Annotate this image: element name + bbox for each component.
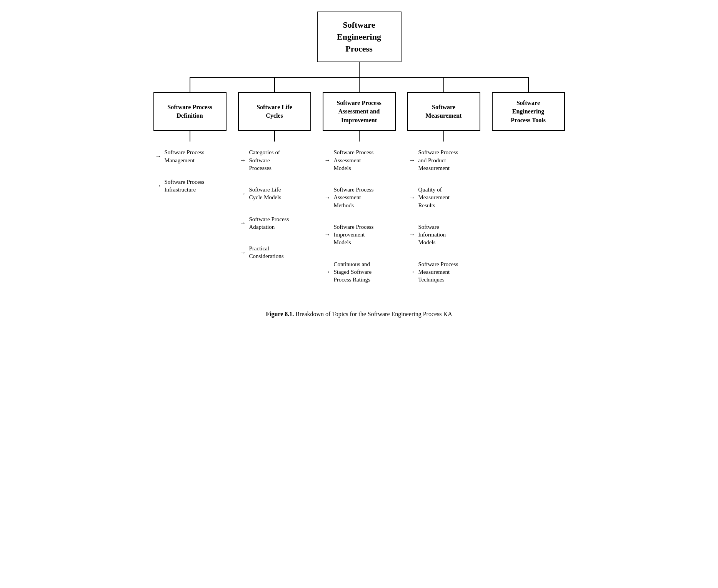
- col-measurement: Software Measurement → Software Processa…: [401, 77, 486, 290]
- list-item: → Software ProcessManagement: [148, 142, 232, 171]
- col4-to-children-line: [443, 131, 444, 142]
- child-label: Software ProcessManagement: [165, 148, 205, 164]
- branch-box-process-definition: Software Process Definition: [153, 92, 227, 131]
- col2-to-children-line: [274, 131, 275, 142]
- col4-vline: [443, 77, 444, 92]
- child-label: Categories ofSoftwareProcesses: [249, 148, 280, 172]
- col-tools: Software Engineering Process Tools: [486, 77, 571, 131]
- col3-to-children-line: [359, 131, 360, 142]
- col2-children: → Categories ofSoftwareProcesses → Softw…: [232, 142, 317, 267]
- list-item: → Quality ofMeasurementResults: [401, 179, 486, 216]
- arrow-icon: →: [325, 193, 331, 202]
- arrow-icon: →: [240, 219, 246, 227]
- col3-vline: [359, 77, 360, 92]
- list-item: → Software ProcessAssessmentMethods: [317, 179, 401, 216]
- arrow-icon: →: [325, 268, 331, 276]
- list-item: → Continuous andStaged SoftwareProcess R…: [317, 253, 401, 291]
- list-item: → Software LifeCycle Models: [232, 179, 317, 208]
- child-label: Software Processand ProductMeasurement: [418, 148, 458, 172]
- arrow-icon: →: [409, 230, 415, 239]
- child-label: Software ProcessAssessmentModels: [334, 148, 374, 172]
- child-label: Software ProcessMeasurementTechniques: [418, 260, 458, 284]
- branch-box-assessment: Software Process Assessment and Improvem…: [323, 92, 396, 131]
- arrow-icon: →: [240, 190, 246, 198]
- child-label: Software ProcessAdaptation: [249, 215, 289, 231]
- branch-box-measurement: Software Measurement: [407, 92, 480, 131]
- arrow-icon: →: [325, 156, 331, 165]
- list-item: → Software ProcessMeasurementTechniques: [401, 253, 486, 291]
- arrow-icon: →: [155, 182, 162, 190]
- list-item: → Software ProcessImprovementModels: [317, 216, 401, 253]
- col2-vline: [274, 77, 275, 92]
- caption-bold: Figure 8.1.: [266, 311, 294, 317]
- arrow-icon: →: [409, 156, 415, 165]
- col1-to-children-line: [190, 131, 190, 142]
- branch-box-life-cycles: Software Life Cycles: [238, 92, 311, 131]
- arrow-icon: →: [409, 193, 415, 202]
- child-label: PracticalConsiderations: [249, 245, 284, 260]
- arrow-icon: →: [240, 156, 246, 165]
- child-label: Software LifeCycle Models: [249, 186, 282, 202]
- child-label: Software ProcessAssessmentMethods: [334, 186, 374, 209]
- level2-row: Software Process Definition → Software P…: [148, 77, 571, 290]
- list-item: → Software Processand ProductMeasurement: [401, 142, 486, 179]
- list-item: → SoftwareInformationModels: [401, 216, 486, 253]
- branch-box-tools: Software Engineering Process Tools: [492, 92, 565, 131]
- child-label: SoftwareInformationModels: [418, 223, 446, 247]
- arrow-icon: →: [325, 230, 331, 239]
- col1-children: → Software ProcessManagement → Software …: [148, 142, 232, 200]
- list-item: → Software ProcessAssessmentModels: [317, 142, 401, 179]
- list-item: → PracticalConsiderations: [232, 238, 317, 267]
- root-vline: [359, 62, 360, 77]
- col-assessment: Software Process Assessment and Improvem…: [317, 77, 401, 290]
- list-item: → Categories ofSoftwareProcesses: [232, 142, 317, 179]
- col-process-definition: Software Process Definition → Software P…: [148, 77, 232, 200]
- col5-vline: [528, 77, 529, 92]
- arrow-icon: →: [409, 268, 415, 276]
- col4-children: → Software Processand ProductMeasurement…: [401, 142, 486, 290]
- child-label: Software ProcessInfrastructure: [165, 178, 205, 194]
- tree-structure: Software Process Definition → Software P…: [148, 77, 571, 290]
- child-label: Quality ofMeasurementResults: [418, 186, 450, 209]
- col-life-cycles: Software Life Cycles → Categories ofSoft…: [232, 77, 317, 267]
- figure-caption: Figure 8.1. Breakdown of Topics for the …: [266, 310, 452, 319]
- caption-text: Breakdown of Topics for the Software Eng…: [294, 311, 452, 317]
- diagram-container: SoftwareEngineeringProcess Software Proc…: [148, 12, 571, 319]
- arrow-icon: →: [155, 152, 162, 161]
- child-label: Software ProcessImprovementModels: [334, 223, 374, 247]
- col1-vline: [190, 77, 190, 92]
- col3-children: → Software ProcessAssessmentModels → Sof…: [317, 142, 401, 290]
- root-node: SoftwareEngineeringProcess: [317, 12, 401, 62]
- child-label: Continuous andStaged SoftwareProcess Rat…: [334, 260, 372, 284]
- arrow-icon: →: [240, 248, 246, 257]
- list-item: → Software ProcessInfrastructure: [148, 171, 232, 201]
- list-item: → Software ProcessAdaptation: [232, 208, 317, 238]
